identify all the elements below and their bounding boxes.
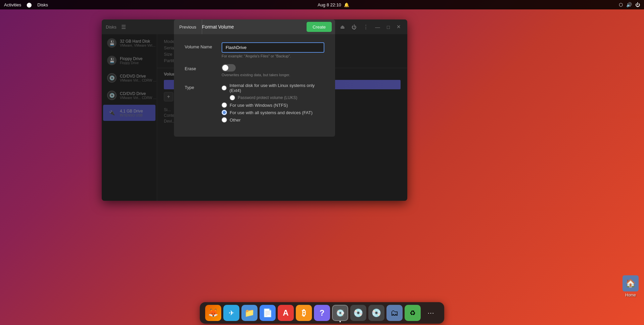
topbar-left: Activities ⬤ Disks [4, 2, 48, 7]
volume-name-field: For example: "Angela's Files" or "Backup… [222, 42, 324, 58]
erase-toggle[interactable] [222, 64, 324, 72]
radio-ntfs: For use with Windows (NTFS) [222, 102, 324, 108]
erase-hint: Overwrites existing data, but takes long… [222, 73, 324, 77]
radio-fat-input[interactable] [222, 110, 227, 115]
dialog-titlebar: Previous Format Volume Create [174, 19, 335, 34]
volume-icon[interactable]: 🔊 [626, 2, 632, 7]
volume-name-hint: For example: "Angela's Files" or "Backup… [222, 54, 324, 58]
dialog-titlebar-left: Previous Format Volume [174, 19, 234, 34]
erase-label: Erase [185, 64, 222, 71]
dialog-title: Format Volume [202, 24, 234, 30]
format-volume-dialog: Previous Format Volume Create Volume Nam… [174, 19, 335, 137]
taskbar-docs[interactable]: 📄 [260, 305, 276, 321]
dialog-body: Volume Name For example: "Angela's Files… [174, 34, 335, 137]
home-desktop-icon[interactable]: 🏠 Home [623, 275, 639, 297]
erase-field: Overwrites existing data, but takes long… [222, 64, 324, 77]
taskbar-bitcoin[interactable]: ₿ [296, 305, 312, 321]
radio-ext4-input[interactable] [222, 85, 227, 91]
taskbar: 🦊 ✈ 📁 📄 A ₿ ? 💽 💿 💿 🗂 ♻ ⋯ [0, 301, 644, 325]
radio-luks-label: Password protect volume (LUKS) [238, 95, 297, 100]
volume-name-input[interactable] [222, 42, 324, 53]
network-icon[interactable]: ⬡ [619, 2, 623, 7]
taskbar-help[interactable]: ? [314, 305, 330, 321]
topbar: Activities ⬤ Disks Aug 8 22:10 🔔 ⬡ 🔊 ⏻ [0, 0, 644, 9]
topbar-center: Aug 8 22:10 🔔 [318, 2, 349, 7]
home-icon-label: Home [625, 293, 636, 297]
toggle-thumb [222, 65, 228, 71]
taskbar-disks[interactable]: 💽 [332, 305, 348, 321]
app-menu-label[interactable]: Disks [37, 2, 48, 7]
power-icon[interactable]: ⏻ [635, 2, 640, 7]
radio-other-label: Other [230, 118, 241, 123]
volume-name-row: Volume Name For example: "Angela's Files… [185, 42, 324, 58]
taskbar-grid[interactable]: ⋯ [423, 305, 439, 321]
taskbar-appstore[interactable]: A [278, 305, 294, 321]
taskbar-optical2[interactable]: 💿 [368, 305, 384, 321]
radio-ext4-label: Internal disk for use with Linux systems… [229, 83, 324, 93]
desktop: 🏠 Home Disks ☰ 4,1 GB Drive /dev/sdb ⏏ ⏻… [0, 9, 644, 301]
erase-row: Erase Overwrites existing data, but take… [185, 64, 324, 77]
topbar-right: ⬡ 🔊 ⏻ [619, 2, 640, 7]
taskbar-trash[interactable]: ♻ [405, 305, 421, 321]
radio-ext4: Internal disk for use with Linux systems… [222, 83, 324, 93]
radio-ntfs-label: For use with Windows (NTFS) [230, 103, 288, 108]
activities-label[interactable]: Activities [4, 2, 21, 7]
volume-name-label: Volume Name [185, 42, 222, 49]
taskbar-optical1[interactable]: 💿 [350, 305, 366, 321]
taskbar-manager[interactable]: 🗂 [386, 305, 403, 321]
previous-button[interactable]: Previous [174, 19, 202, 34]
toggle-track [222, 64, 236, 72]
type-row: Type Internal disk for use with Linux sy… [185, 83, 324, 123]
taskbar-files[interactable]: 📁 [241, 305, 258, 321]
create-button[interactable]: Create [307, 22, 332, 32]
radio-luks-input[interactable] [230, 95, 235, 100]
radio-ntfs-input[interactable] [222, 102, 227, 108]
type-field: Internal disk for use with Linux systems… [222, 83, 324, 123]
radio-other-input[interactable] [222, 117, 227, 123]
type-label: Type [185, 83, 222, 90]
taskbar-inner: 🦊 ✈ 📁 📄 A ₿ ? 💽 💿 💿 🗂 ♻ ⋯ [200, 302, 444, 324]
radio-fat-label: For use with all systems and devices (FA… [230, 110, 313, 115]
notification-icon[interactable]: 🔔 [344, 2, 349, 7]
radio-fat: For use with all systems and devices (FA… [222, 110, 324, 115]
radio-other: Other [222, 117, 324, 123]
type-radio-group: Internal disk for use with Linux systems… [222, 83, 324, 123]
taskbar-telegram[interactable]: ✈ [223, 305, 239, 321]
disks-app-indicator: ⬤ [27, 2, 32, 7]
radio-luks-sub: Password protect volume (LUKS) [230, 95, 324, 100]
datetime-label: Aug 8 22:10 [318, 2, 341, 7]
app-window: Disks ☰ 4,1 GB Drive /dev/sdb ⏏ ⏻ ⋮ — □ … [102, 19, 407, 201]
taskbar-firefox[interactable]: 🦊 [205, 305, 221, 321]
home-icon: 🏠 [623, 275, 639, 291]
dialog-overlay: Previous Format Volume Create Volume Nam… [102, 19, 407, 201]
